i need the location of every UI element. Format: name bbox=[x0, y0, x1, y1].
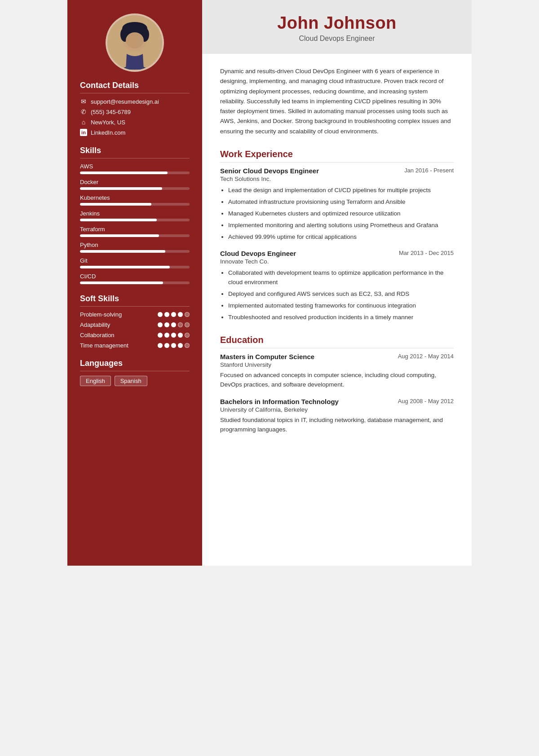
job-bullet: Troubleshooted and resolved production i… bbox=[228, 313, 454, 322]
edu-school: University of California, Berkeley bbox=[220, 406, 454, 413]
sidebar-content: Contact Details ✉ support@resumedesign.a… bbox=[67, 81, 202, 396]
edu-list: Masters in Computer Science Aug 2012 - M… bbox=[220, 353, 454, 435]
dots-container bbox=[158, 312, 190, 317]
work-section: Work Experience Senior Cloud Devops Engi… bbox=[220, 149, 454, 322]
contact-section-title: Contact Details bbox=[80, 81, 190, 93]
candidate-title: Cloud Devops Engineer bbox=[220, 35, 454, 43]
job-bullet: Lead the design and implementation of CI… bbox=[228, 186, 454, 195]
dot-filled bbox=[158, 312, 163, 317]
dot-filled bbox=[171, 322, 176, 327]
language-badge: English bbox=[80, 376, 111, 386]
dot-filled bbox=[164, 343, 169, 348]
edu-school: Stanford University bbox=[220, 361, 454, 368]
dot-filled bbox=[178, 343, 183, 348]
soft-skills-list: Problem-solving Adaptability Collaborati… bbox=[80, 311, 190, 349]
skill-item: Python bbox=[80, 242, 190, 253]
skill-name: Git bbox=[80, 257, 190, 264]
soft-skill-name: Collaboration bbox=[80, 332, 115, 338]
edu-date: Aug 2012 - May 2014 bbox=[398, 353, 454, 360]
dots-container bbox=[158, 343, 190, 348]
job-date: Jan 2016 - Present bbox=[404, 167, 454, 174]
job-entry: Cloud Devops Engineer Mar 2013 - Dec 201… bbox=[220, 250, 454, 322]
skill-name: Python bbox=[80, 242, 190, 248]
language-badge: Spanish bbox=[115, 376, 147, 386]
job-title: Cloud Devops Engineer bbox=[220, 250, 296, 257]
dot-empty bbox=[185, 333, 190, 338]
skill-bar-fill bbox=[80, 187, 162, 190]
skill-bar-fill bbox=[80, 219, 157, 221]
dot-filled bbox=[171, 343, 176, 348]
edu-degree: Bachelors in Information Technology bbox=[220, 398, 339, 405]
languages-section-title: Languages bbox=[80, 359, 190, 371]
dot-empty bbox=[185, 322, 190, 327]
skills-section: Skills AWS Docker Kubernetes Jenkins Ter… bbox=[80, 146, 190, 284]
main-body: Dynamic and results-driven Cloud DevOps … bbox=[202, 54, 472, 566]
skill-bar-bg bbox=[80, 266, 190, 268]
dot-filled bbox=[164, 333, 169, 338]
edu-entry: Masters in Computer Science Aug 2012 - M… bbox=[220, 353, 454, 390]
skill-bar-bg bbox=[80, 234, 190, 237]
dot-empty bbox=[178, 322, 183, 327]
linkedin-icon: in bbox=[80, 129, 87, 136]
job-date: Mar 2013 - Dec 2015 bbox=[399, 250, 454, 256]
dots-container bbox=[158, 322, 190, 327]
skill-item: Docker bbox=[80, 179, 190, 190]
soft-skill-item: Adaptability bbox=[80, 321, 190, 328]
skill-bar-fill bbox=[80, 281, 163, 284]
skill-bar-fill bbox=[80, 171, 168, 174]
linkedin-value: LinkedIn.com bbox=[91, 129, 125, 136]
job-bullet: Collaborated with development teams to o… bbox=[228, 268, 454, 287]
location-value: NewYork, US bbox=[91, 119, 125, 126]
job-bullet: Deployed and configured AWS services suc… bbox=[228, 290, 454, 299]
dots-container bbox=[158, 333, 190, 338]
job-bullet: Implemented monitoring and alerting solu… bbox=[228, 221, 454, 230]
dot-filled bbox=[164, 312, 169, 317]
skills-list: AWS Docker Kubernetes Jenkins Terraform bbox=[80, 163, 190, 284]
soft-skill-name: Time management bbox=[80, 342, 128, 349]
skill-item: Jenkins bbox=[80, 210, 190, 221]
dot-filled bbox=[178, 333, 183, 338]
dot-filled bbox=[178, 312, 183, 317]
skill-name: CI/CD bbox=[80, 273, 190, 280]
edu-desc: Focused on advanced concepts in computer… bbox=[220, 371, 454, 390]
avatar bbox=[106, 13, 164, 72]
dot-filled bbox=[171, 312, 176, 317]
contact-email: ✉ support@resumedesign.ai bbox=[80, 98, 190, 105]
dot-empty bbox=[185, 343, 190, 348]
soft-skill-item: Collaboration bbox=[80, 332, 190, 338]
dot-filled bbox=[158, 333, 163, 338]
skill-bar-bg bbox=[80, 171, 190, 174]
job-bullet: Automated infrastructure provisioning us… bbox=[228, 198, 454, 207]
location-icon: ⌂ bbox=[80, 119, 87, 126]
dot-filled bbox=[158, 322, 163, 327]
skill-name: Kubernetes bbox=[80, 194, 190, 201]
resume-container: Contact Details ✉ support@resumedesign.a… bbox=[67, 0, 472, 566]
job-bullet: Achieved 99.99% uptime for critical appl… bbox=[228, 233, 454, 242]
dot-empty bbox=[185, 312, 190, 317]
job-entry: Senior Cloud Devops Engineer Jan 2016 - … bbox=[220, 167, 454, 242]
edu-header: Bachelors in Information Technology Aug … bbox=[220, 398, 454, 405]
dot-filled bbox=[164, 322, 169, 327]
dot-filled bbox=[158, 343, 163, 348]
soft-skill-name: Problem-solving bbox=[80, 311, 122, 318]
email-icon: ✉ bbox=[80, 98, 87, 105]
soft-skills-section-title: Soft Skills bbox=[80, 294, 190, 307]
work-section-title: Work Experience bbox=[220, 149, 454, 163]
job-bullet: Implemented automated testing frameworks… bbox=[228, 301, 454, 311]
job-company: Tech Solutions Inc. bbox=[220, 176, 454, 182]
skill-bar-bg bbox=[80, 250, 190, 253]
skill-item: Kubernetes bbox=[80, 194, 190, 206]
dot-filled bbox=[171, 333, 176, 338]
avatar-container bbox=[67, 0, 202, 81]
skill-item: Terraform bbox=[80, 226, 190, 237]
languages-list: EnglishSpanish bbox=[80, 376, 190, 386]
main-content: John Johnson Cloud Devops Engineer Dynam… bbox=[202, 0, 472, 566]
job-company: Innovate Tech Co. bbox=[220, 258, 454, 265]
phone-icon: ✆ bbox=[80, 108, 87, 115]
job-bullet: Managed Kubernetes clusters and optimize… bbox=[228, 209, 454, 219]
summary-text: Dynamic and results-driven Cloud DevOps … bbox=[220, 66, 454, 136]
edu-header: Masters in Computer Science Aug 2012 - M… bbox=[220, 353, 454, 360]
sidebar: Contact Details ✉ support@resumedesign.a… bbox=[67, 0, 202, 566]
job-header: Cloud Devops Engineer Mar 2013 - Dec 201… bbox=[220, 250, 454, 257]
edu-entry: Bachelors in Information Technology Aug … bbox=[220, 398, 454, 435]
